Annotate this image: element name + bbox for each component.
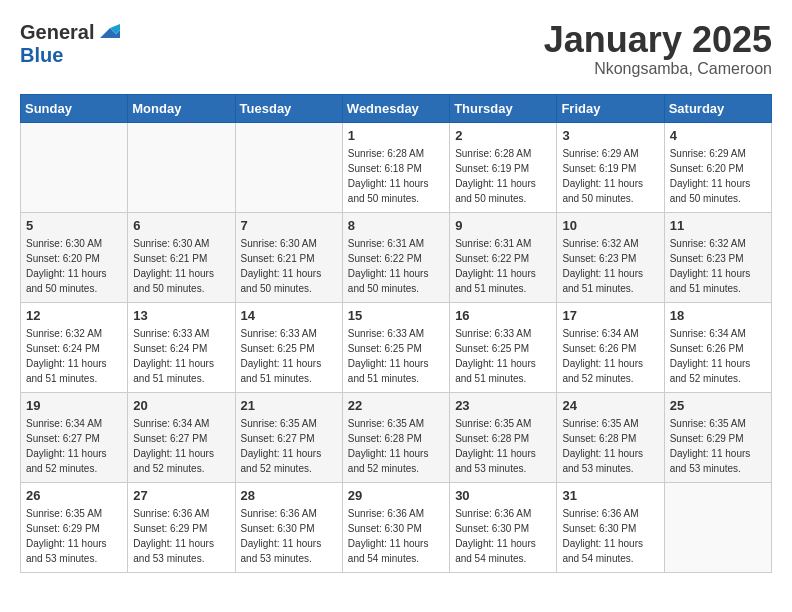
logo-general-text: General: [20, 21, 94, 44]
day-cell: 22Sunrise: 6:35 AMSunset: 6:28 PMDayligh…: [342, 392, 449, 482]
week-row-2: 5Sunrise: 6:30 AMSunset: 6:20 PMDaylight…: [21, 212, 772, 302]
day-info: Sunrise: 6:33 AMSunset: 6:24 PMDaylight:…: [133, 328, 214, 384]
day-cell: 24Sunrise: 6:35 AMSunset: 6:28 PMDayligh…: [557, 392, 664, 482]
day-cell: 2Sunrise: 6:28 AMSunset: 6:19 PMDaylight…: [450, 122, 557, 212]
day-cell: 3Sunrise: 6:29 AMSunset: 6:19 PMDaylight…: [557, 122, 664, 212]
calendar-body: 1Sunrise: 6:28 AMSunset: 6:18 PMDaylight…: [21, 122, 772, 572]
day-cell: 23Sunrise: 6:35 AMSunset: 6:28 PMDayligh…: [450, 392, 557, 482]
day-number: 28: [241, 487, 337, 505]
day-cell: 7Sunrise: 6:30 AMSunset: 6:21 PMDaylight…: [235, 212, 342, 302]
header-cell-saturday: Saturday: [664, 94, 771, 122]
week-row-1: 1Sunrise: 6:28 AMSunset: 6:18 PMDaylight…: [21, 122, 772, 212]
day-info: Sunrise: 6:36 AMSunset: 6:30 PMDaylight:…: [455, 508, 536, 564]
day-info: Sunrise: 6:34 AMSunset: 6:26 PMDaylight:…: [562, 328, 643, 384]
day-number: 6: [133, 217, 229, 235]
day-number: 15: [348, 307, 444, 325]
day-number: 25: [670, 397, 766, 415]
day-cell: 10Sunrise: 6:32 AMSunset: 6:23 PMDayligh…: [557, 212, 664, 302]
header-cell-monday: Monday: [128, 94, 235, 122]
day-cell: 21Sunrise: 6:35 AMSunset: 6:27 PMDayligh…: [235, 392, 342, 482]
logo: General Blue: [20, 20, 120, 67]
logo-icon: [96, 20, 120, 44]
day-number: 12: [26, 307, 122, 325]
day-info: Sunrise: 6:34 AMSunset: 6:27 PMDaylight:…: [26, 418, 107, 474]
day-number: 20: [133, 397, 229, 415]
day-number: 13: [133, 307, 229, 325]
day-cell: 1Sunrise: 6:28 AMSunset: 6:18 PMDaylight…: [342, 122, 449, 212]
week-row-5: 26Sunrise: 6:35 AMSunset: 6:29 PMDayligh…: [21, 482, 772, 572]
day-number: 4: [670, 127, 766, 145]
day-cell: [235, 122, 342, 212]
page-header: General Blue January 2025 Nkongsamba, Ca…: [20, 20, 772, 78]
day-info: Sunrise: 6:30 AMSunset: 6:21 PMDaylight:…: [133, 238, 214, 294]
day-info: Sunrise: 6:29 AMSunset: 6:19 PMDaylight:…: [562, 148, 643, 204]
day-info: Sunrise: 6:31 AMSunset: 6:22 PMDaylight:…: [348, 238, 429, 294]
day-number: 23: [455, 397, 551, 415]
day-cell: 4Sunrise: 6:29 AMSunset: 6:20 PMDaylight…: [664, 122, 771, 212]
day-cell: 8Sunrise: 6:31 AMSunset: 6:22 PMDaylight…: [342, 212, 449, 302]
day-cell: [21, 122, 128, 212]
title-section: January 2025 Nkongsamba, Cameroon: [544, 20, 772, 78]
day-number: 31: [562, 487, 658, 505]
header-row: SundayMondayTuesdayWednesdayThursdayFrid…: [21, 94, 772, 122]
day-cell: [128, 122, 235, 212]
day-number: 1: [348, 127, 444, 145]
day-info: Sunrise: 6:35 AMSunset: 6:28 PMDaylight:…: [562, 418, 643, 474]
day-cell: 29Sunrise: 6:36 AMSunset: 6:30 PMDayligh…: [342, 482, 449, 572]
day-info: Sunrise: 6:30 AMSunset: 6:21 PMDaylight:…: [241, 238, 322, 294]
day-info: Sunrise: 6:33 AMSunset: 6:25 PMDaylight:…: [348, 328, 429, 384]
day-info: Sunrise: 6:34 AMSunset: 6:26 PMDaylight:…: [670, 328, 751, 384]
day-cell: 20Sunrise: 6:34 AMSunset: 6:27 PMDayligh…: [128, 392, 235, 482]
day-number: 18: [670, 307, 766, 325]
day-info: Sunrise: 6:31 AMSunset: 6:22 PMDaylight:…: [455, 238, 536, 294]
location-text: Nkongsamba, Cameroon: [544, 60, 772, 78]
day-number: 30: [455, 487, 551, 505]
header-cell-tuesday: Tuesday: [235, 94, 342, 122]
day-info: Sunrise: 6:32 AMSunset: 6:23 PMDaylight:…: [562, 238, 643, 294]
day-number: 9: [455, 217, 551, 235]
day-cell: 19Sunrise: 6:34 AMSunset: 6:27 PMDayligh…: [21, 392, 128, 482]
day-info: Sunrise: 6:32 AMSunset: 6:23 PMDaylight:…: [670, 238, 751, 294]
month-title: January 2025: [544, 20, 772, 60]
day-cell: 18Sunrise: 6:34 AMSunset: 6:26 PMDayligh…: [664, 302, 771, 392]
day-info: Sunrise: 6:28 AMSunset: 6:19 PMDaylight:…: [455, 148, 536, 204]
day-cell: 5Sunrise: 6:30 AMSunset: 6:20 PMDaylight…: [21, 212, 128, 302]
day-info: Sunrise: 6:35 AMSunset: 6:28 PMDaylight:…: [348, 418, 429, 474]
header-cell-thursday: Thursday: [450, 94, 557, 122]
day-info: Sunrise: 6:28 AMSunset: 6:18 PMDaylight:…: [348, 148, 429, 204]
calendar-header: SundayMondayTuesdayWednesdayThursdayFrid…: [21, 94, 772, 122]
day-number: 27: [133, 487, 229, 505]
day-number: 22: [348, 397, 444, 415]
day-info: Sunrise: 6:35 AMSunset: 6:28 PMDaylight:…: [455, 418, 536, 474]
day-cell: 16Sunrise: 6:33 AMSunset: 6:25 PMDayligh…: [450, 302, 557, 392]
day-cell: 13Sunrise: 6:33 AMSunset: 6:24 PMDayligh…: [128, 302, 235, 392]
day-info: Sunrise: 6:35 AMSunset: 6:29 PMDaylight:…: [26, 508, 107, 564]
day-cell: 15Sunrise: 6:33 AMSunset: 6:25 PMDayligh…: [342, 302, 449, 392]
day-cell: 28Sunrise: 6:36 AMSunset: 6:30 PMDayligh…: [235, 482, 342, 572]
day-info: Sunrise: 6:29 AMSunset: 6:20 PMDaylight:…: [670, 148, 751, 204]
day-number: 16: [455, 307, 551, 325]
day-cell: 26Sunrise: 6:35 AMSunset: 6:29 PMDayligh…: [21, 482, 128, 572]
day-cell: 17Sunrise: 6:34 AMSunset: 6:26 PMDayligh…: [557, 302, 664, 392]
day-info: Sunrise: 6:33 AMSunset: 6:25 PMDaylight:…: [455, 328, 536, 384]
header-cell-wednesday: Wednesday: [342, 94, 449, 122]
header-cell-sunday: Sunday: [21, 94, 128, 122]
day-number: 2: [455, 127, 551, 145]
day-number: 11: [670, 217, 766, 235]
day-cell: 9Sunrise: 6:31 AMSunset: 6:22 PMDaylight…: [450, 212, 557, 302]
day-number: 24: [562, 397, 658, 415]
day-info: Sunrise: 6:34 AMSunset: 6:27 PMDaylight:…: [133, 418, 214, 474]
header-cell-friday: Friday: [557, 94, 664, 122]
day-cell: 12Sunrise: 6:32 AMSunset: 6:24 PMDayligh…: [21, 302, 128, 392]
day-info: Sunrise: 6:35 AMSunset: 6:29 PMDaylight:…: [670, 418, 751, 474]
logo-blue-text: Blue: [20, 44, 63, 67]
day-info: Sunrise: 6:35 AMSunset: 6:27 PMDaylight:…: [241, 418, 322, 474]
day-number: 8: [348, 217, 444, 235]
day-cell: 14Sunrise: 6:33 AMSunset: 6:25 PMDayligh…: [235, 302, 342, 392]
day-number: 29: [348, 487, 444, 505]
day-number: 3: [562, 127, 658, 145]
day-info: Sunrise: 6:30 AMSunset: 6:20 PMDaylight:…: [26, 238, 107, 294]
day-number: 19: [26, 397, 122, 415]
day-number: 10: [562, 217, 658, 235]
week-row-4: 19Sunrise: 6:34 AMSunset: 6:27 PMDayligh…: [21, 392, 772, 482]
